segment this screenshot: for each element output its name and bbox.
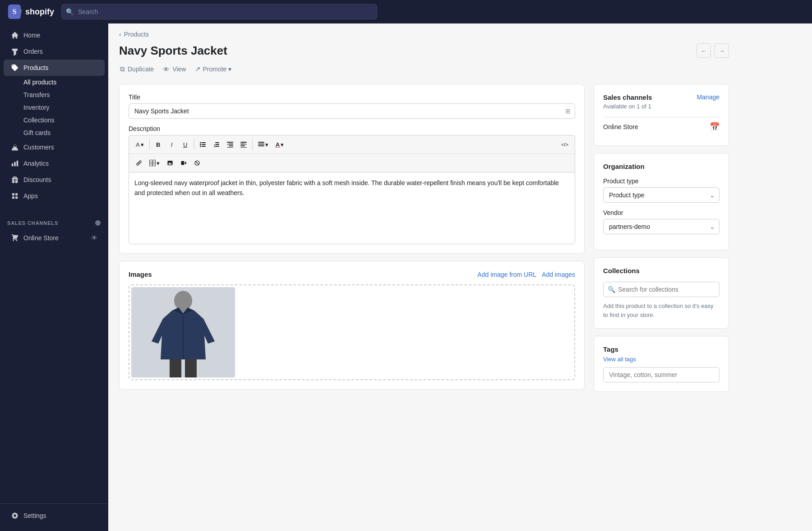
video-button[interactable] [177,157,190,169]
sidebar-item-products[interactable]: Products [4,60,105,76]
title-input[interactable] [129,103,575,119]
sidebar-item-customers[interactable]: Customers [4,139,105,155]
svg-rect-21 [258,144,264,144]
align-arrow: ▾ [265,141,268,148]
breadcrumb[interactable]: ‹ Products [119,31,729,38]
code-button[interactable]: </> [558,138,571,151]
link-icon [136,160,142,166]
description-editor-body[interactable]: Long-sleeved navy waterproof jacket in t… [129,172,575,244]
indent-left-button[interactable] [224,138,236,151]
page-navigation: ← → [697,43,729,58]
text-format-button[interactable]: A ▾ [133,138,147,151]
search-icon: 🔍 [66,8,74,15]
svg-rect-18 [240,145,245,146]
ul-icon [200,141,206,148]
indent-right-icon [240,141,247,148]
sidebar-item-online-store[interactable]: Online Store 👁 [4,230,105,246]
product-image-thumbnail [131,287,235,377]
sidebar-item-gift-cards[interactable]: Gift cards [20,126,108,139]
align-button[interactable]: ▾ [255,138,272,151]
sidebar-settings-label: Settings [23,512,46,519]
tags-card: Tags View all tags [594,336,729,392]
svg-rect-30 [170,359,181,377]
sidebar-analytics-label: Analytics [23,160,49,167]
view-all-tags-link[interactable]: View all tags [603,356,720,363]
ordered-list-button[interactable]: 1 [210,138,223,151]
svg-rect-16 [240,142,247,143]
add-sales-channel-icon[interactable]: ⊕ [95,219,101,227]
organization-card: Organization Product type Product type ⌄ [594,153,729,250]
editor-toolbar-row2: ▾ [129,154,575,172]
product-type-select[interactable]: Product type [603,187,720,203]
sidebar-item-apps[interactable]: Apps [4,188,105,204]
sidebar-item-settings[interactable]: Settings [4,508,105,524]
title-expand-icon: ⊞ [565,107,571,115]
view-label: View [172,65,186,73]
sidebar-item-home[interactable]: Home [4,27,105,43]
image-upload-area[interactable] [129,284,575,380]
logo-text: shopify [25,7,54,17]
product-type-label: Product type [603,177,720,185]
search-collections-icon: 🔍 [608,286,615,293]
vendor-group: Vendor partners-demo ⌄ [603,209,720,234]
promote-chevron-icon: ▾ [228,65,231,73]
search-input[interactable] [61,4,377,19]
sales-channels-available: Available on 1 of 1 [603,103,720,110]
sidebar-item-collections[interactable]: Collections [20,114,108,126]
next-product-button[interactable]: → [715,43,729,58]
sales-channels-card: Sales channels Manage Available on 1 of … [594,84,729,146]
vendor-select-wrapper: partners-demo ⌄ [603,219,720,234]
link-button[interactable] [133,157,145,169]
indent-right-button[interactable] [237,138,250,151]
search-collections-input[interactable] [603,282,720,297]
view-icon: 👁 [163,65,170,73]
vendor-select[interactable]: partners-demo [603,219,720,234]
tags-input[interactable] [603,367,720,382]
add-image-url-link[interactable]: Add image from URL [477,271,536,278]
unordered-list-button[interactable] [197,138,209,151]
title-field-group: Title ⊞ [129,93,575,119]
sidebar-item-transfers[interactable]: Transfers [20,88,108,101]
prev-product-button[interactable]: ← [697,43,711,58]
svg-rect-12 [227,142,233,143]
sidebar-item-all-products[interactable]: All products [20,76,108,88]
gear-icon [11,512,19,520]
product-type-select-wrapper: Product type ⌄ [603,187,720,203]
sidebar-item-discounts[interactable]: Discounts [4,172,105,188]
sidebar-bottom: Settings [0,503,108,531]
duplicate-button[interactable]: ⧉ Duplicate [119,63,155,75]
table-button[interactable]: ▾ [146,157,163,169]
calendar-icon[interactable]: 📅 [710,122,720,132]
toolbar-spacer [288,138,558,151]
svg-rect-22 [258,145,264,146]
manage-link[interactable]: Manage [697,93,720,101]
jacket-image-svg [131,287,235,377]
top-bar: S shopify 🔍 [0,0,812,23]
italic-button[interactable]: I [166,138,178,151]
tags-title: Tags [603,345,720,353]
view-button[interactable]: 👁 View [162,64,187,75]
home-icon [11,31,19,39]
svg-rect-31 [185,359,197,377]
image-button[interactable] [164,157,176,169]
description-text: Long-sleeved navy waterproof jacket in t… [134,179,559,196]
two-column-layout: Title ⊞ Description [119,84,729,392]
clear-button[interactable] [191,157,203,169]
bold-button[interactable]: B [152,138,165,151]
svg-point-7 [200,146,201,147]
logo-area[interactable]: S shopify [7,5,54,19]
online-store-eye-icon[interactable]: 👁 [91,234,97,242]
duplicate-icon: ⧉ [120,65,125,73]
main-column: Title ⊞ Description [119,84,585,390]
underline-button[interactable]: U [179,138,192,151]
sidebar-orders-label: Orders [23,48,43,55]
sidebar-item-orders[interactable]: Orders [4,43,105,60]
text-color-button[interactable]: A ▾ [272,138,287,151]
collections-card: Collections 🔍 Add this product to a coll… [594,257,729,329]
title-label: Title [129,93,575,101]
product-type-group: Product type Product type ⌄ [603,177,720,203]
sidebar-item-inventory[interactable]: Inventory [20,101,108,114]
sidebar-item-analytics[interactable]: Analytics [4,155,105,172]
add-images-link[interactable]: Add images [542,271,575,278]
promote-button[interactable]: ↗ Promote ▾ [194,63,232,75]
